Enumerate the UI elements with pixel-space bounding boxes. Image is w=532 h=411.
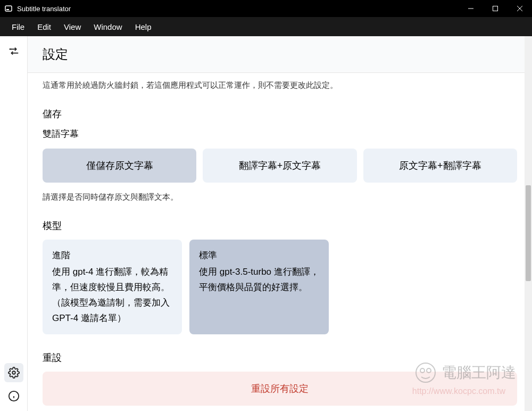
menu-edit[interactable]: Edit	[31, 19, 57, 35]
menu-help[interactable]: Help	[129, 19, 158, 35]
menu-file[interactable]: File	[5, 19, 31, 35]
page-title: 設定	[28, 36, 532, 73]
scrollbar-thumb[interactable]	[526, 185, 531, 281]
storage-option-original-first[interactable]: 原文字幕+翻譯字幕	[363, 149, 517, 183]
content-area: 設定 這通常用於繞過防火牆封鎖，若這個應用程式可以正常運作，則不需要更改此設定。…	[28, 36, 532, 411]
storage-option-original-only[interactable]: 僅儲存原文字幕	[43, 149, 196, 183]
firewall-hint: 這通常用於繞過防火牆封鎖，若這個應用程式可以正常運作，則不需要更改此設定。	[28, 73, 532, 91]
model-section: 模型 進階 使用 gpt-4 進行翻譯，較為精準，但速度較慢且費用較高。（該模型…	[43, 219, 517, 334]
app-icon	[4, 4, 13, 13]
info-icon[interactable]	[4, 387, 23, 406]
close-button[interactable]	[508, 0, 532, 17]
model-advanced-desc: 使用 gpt-4 進行翻譯，較為精準，但速度較慢且費用較高。（該模型為邀請制，需…	[52, 265, 172, 326]
storage-helper: 請選擇是否同時儲存原文與翻譯文本。	[43, 192, 517, 202]
reset-title: 重設	[43, 351, 517, 364]
model-options: 進階 使用 gpt-4 進行翻譯，較為精準，但速度較慢且費用較高。（該模型為邀請…	[43, 240, 517, 334]
left-sidebar	[0, 36, 28, 411]
maximize-button[interactable]	[483, 0, 508, 17]
swap-icon[interactable]	[4, 42, 23, 61]
settings-icon[interactable]	[4, 363, 23, 382]
scrollbar[interactable]	[525, 36, 532, 411]
storage-title: 儲存	[43, 108, 517, 120]
bilingual-subtitle-label: 雙語字幕	[43, 128, 517, 140]
model-advanced-name: 進階	[52, 248, 172, 264]
svg-rect-0	[5, 6, 12, 11]
svg-rect-3	[493, 6, 498, 11]
model-card-advanced[interactable]: 進階 使用 gpt-4 進行翻譯，較為精準，但速度較慢且費用較高。（該模型為邀請…	[43, 240, 182, 334]
titlebar: Subtitle translator	[0, 0, 532, 17]
storage-option-translated-first[interactable]: 翻譯字幕+原文字幕	[203, 149, 356, 183]
storage-options: 僅儲存原文字幕 翻譯字幕+原文字幕 原文字幕+翻譯字幕	[43, 149, 517, 183]
svg-point-6	[12, 371, 15, 374]
model-standard-desc: 使用 gpt-3.5-turbo 進行翻譯，平衡價格與品質的好選擇。	[199, 265, 319, 295]
reset-all-button[interactable]: 重設所有設定	[43, 372, 517, 406]
menu-window[interactable]: Window	[87, 19, 128, 35]
storage-section: 儲存 雙語字幕 僅儲存原文字幕 翻譯字幕+原文字幕 原文字幕+翻譯字幕 請選擇是…	[43, 108, 517, 202]
minimize-button[interactable]	[459, 0, 483, 17]
reset-section: 重設 重設所有設定	[43, 351, 517, 406]
svg-rect-1	[6, 9, 9, 10]
model-title: 模型	[43, 219, 517, 232]
menu-view[interactable]: View	[57, 19, 87, 35]
menubar: File Edit View Window Help	[0, 17, 532, 36]
window-controls	[459, 0, 532, 17]
model-standard-name: 標準	[199, 248, 319, 264]
window-title: Subtitle translator	[17, 5, 459, 13]
model-card-standard[interactable]: 標準 使用 gpt-3.5-turbo 進行翻譯，平衡價格與品質的好選擇。	[189, 240, 329, 334]
settings-scroll[interactable]: 儲存 雙語字幕 僅儲存原文字幕 翻譯字幕+原文字幕 原文字幕+翻譯字幕 請選擇是…	[28, 91, 532, 411]
